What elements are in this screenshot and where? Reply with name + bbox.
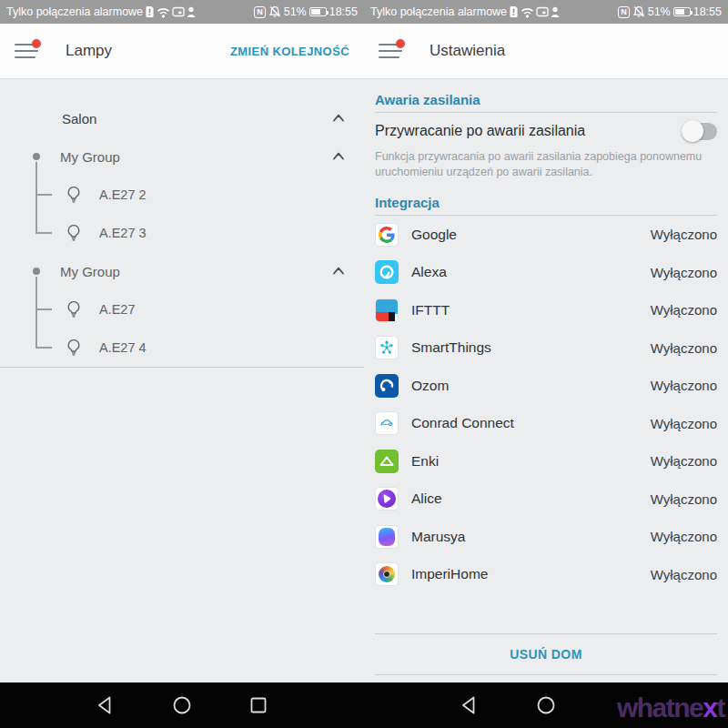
alexa-icon	[375, 260, 399, 284]
integration-status: Wyłączono	[651, 567, 717, 582]
integration-status: Wyłączono	[651, 529, 717, 544]
integration-status: Wyłączono	[651, 453, 717, 469]
smartthings-icon	[375, 336, 399, 359]
wifi-icon	[157, 6, 170, 18]
bulb-icon	[64, 338, 84, 358]
integration-name: Conrad Connect	[411, 415, 514, 431]
app-header: Lampy ZMIEŃ KOLEJNOŚĆ	[0, 24, 364, 79]
battery-percent: 51%	[284, 5, 307, 18]
integration-row-imperihome[interactable]: ImperiHome Wyłączono	[375, 555, 717, 593]
integration-status: Wyłączono	[651, 302, 717, 318]
device-label: A.E27	[99, 302, 136, 317]
device-tree: Salon My Group A.E27 2	[0, 79, 364, 682]
device-row[interactable]: A.E27 4	[0, 329, 364, 367]
room-label: Salon	[62, 111, 96, 126]
carrier-text: Tylko połączenia alarmowe	[6, 5, 143, 18]
integration-status: Wyłączono	[651, 416, 717, 431]
integration-row-conrad-connect[interactable]: Conrad Connect Wyłączono	[375, 404, 717, 442]
integration-status: Wyłączono	[651, 340, 717, 356]
battery-icon	[309, 7, 327, 16]
power-restore-toggle[interactable]	[684, 123, 717, 140]
tree-connector-line	[35, 162, 37, 234]
integration-row-ifttt[interactable]: IFTTT Wyłączono	[375, 291, 717, 329]
group-label: My Group	[60, 149, 120, 165]
group-label: My Group	[60, 264, 120, 279]
device-row[interactable]: A.E27	[0, 290, 364, 329]
tree-connector-line	[35, 277, 37, 349]
profile-icon	[187, 6, 196, 18]
clock-text: 18:55	[693, 5, 722, 18]
conrad-connect-icon	[375, 411, 399, 435]
device-label: A.E27 2	[99, 187, 147, 202]
status-bar: Tylko połączenia alarmowe N	[0, 0, 364, 24]
bulb-icon	[64, 185, 84, 205]
status-bar: Tylko połączenia alarmowe N	[364, 0, 728, 24]
tree-connector-line	[36, 308, 52, 310]
group-dot-icon	[33, 153, 40, 160]
ozom-icon	[375, 374, 399, 398]
room-row-salon[interactable]: Salon	[0, 99, 364, 137]
battery-percent: 51%	[648, 5, 671, 18]
toggle-description: Funkcja przywracania po awarii zasilania…	[375, 149, 704, 180]
integration-row-enki[interactable]: Enki Wyłączono	[375, 442, 717, 480]
change-order-button[interactable]: ZMIEŃ KOLEJNOŚĆ	[230, 45, 349, 58]
chevron-up-icon[interactable]	[329, 147, 348, 166]
nfc-icon: N	[254, 6, 266, 18]
hamburger-menu-icon[interactable]	[379, 43, 402, 59]
home-button[interactable]	[171, 694, 193, 716]
android-nav-bar	[0, 682, 364, 728]
google-icon	[375, 223, 399, 247]
integration-status: Wyłączono	[651, 227, 717, 242]
delete-home-button[interactable]: USUŃ DOM	[510, 647, 581, 662]
carrier-text: Tylko połączenia alarmowe	[370, 5, 507, 18]
battery-icon	[673, 7, 691, 16]
integration-name: Google	[411, 227, 457, 243]
ifttt-icon	[375, 298, 399, 322]
home-button[interactable]	[535, 694, 557, 716]
group-row[interactable]: My Group	[0, 252, 364, 290]
whatnext-watermark: whatnext	[617, 694, 724, 722]
integration-row-ozom[interactable]: Ozom Wyłączono	[375, 367, 717, 405]
volte-box-icon	[536, 6, 549, 17]
page-title: Ustawienia	[430, 42, 505, 60]
integration-row-alice[interactable]: Alice Wyłączono	[375, 480, 717, 518]
integration-name: IFTTT	[411, 302, 450, 318]
hamburger-menu-icon[interactable]	[15, 43, 38, 59]
settings-screen: Tylko połączenia alarmowe N	[364, 0, 728, 728]
back-button[interactable]	[95, 694, 116, 716]
spacer	[375, 593, 717, 633]
chevron-up-icon[interactable]	[329, 109, 348, 127]
integration-row-google[interactable]: Google Wyłączono	[375, 216, 717, 254]
bulb-icon	[64, 299, 84, 319]
integration-status: Wyłączono	[651, 378, 717, 393]
integration-row-alexa[interactable]: Alexa Wyłączono	[375, 253, 717, 291]
toggle-label: Przywracanie po awarii zasilania	[375, 123, 585, 139]
marusya-icon	[375, 525, 399, 549]
clock-text: 18:55	[329, 5, 358, 18]
integration-row-smartthings[interactable]: SmartThings Wyłączono	[375, 329, 717, 367]
tree-connector-line	[36, 194, 52, 196]
section-title-power-failure: Awaria zasilania	[375, 92, 717, 107]
back-button[interactable]	[459, 694, 480, 716]
chevron-up-icon[interactable]	[329, 262, 348, 280]
bell-muted-icon	[632, 5, 645, 18]
notification-badge-dot	[396, 39, 405, 48]
integration-row-marusya[interactable]: Marusya Wyłączono	[375, 518, 717, 556]
tree-connector-line	[36, 232, 52, 234]
volte-box-icon	[172, 6, 185, 17]
lamps-screen: Tylko połączenia alarmowe N	[0, 0, 364, 728]
list-divider	[0, 367, 364, 368]
app-header: Ustawienia	[364, 24, 728, 79]
group-row[interactable]: My Group	[0, 137, 364, 176]
device-row[interactable]: A.E27 2	[0, 176, 364, 214]
page-title: Lampy	[66, 42, 112, 60]
sim-alert-icon	[145, 5, 155, 18]
notification-badge-dot	[32, 39, 41, 48]
group-dot-icon	[33, 268, 40, 275]
recents-button[interactable]	[248, 694, 269, 716]
integration-name: Ozom	[411, 378, 449, 394]
bulb-icon	[64, 223, 84, 243]
device-row[interactable]: A.E27 3	[0, 214, 364, 252]
android-nav-bar: whatnext	[364, 682, 728, 728]
integration-status: Wyłączono	[651, 265, 717, 280]
